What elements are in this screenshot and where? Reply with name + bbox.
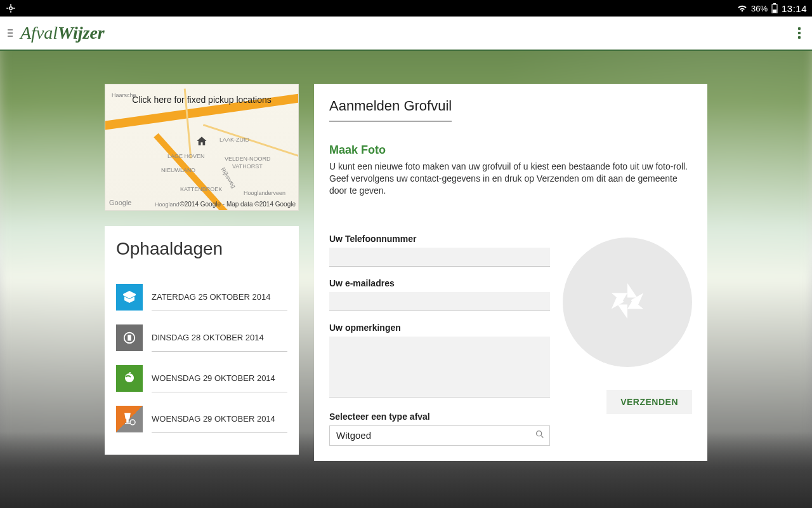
svg-point-11 xyxy=(537,431,542,436)
pickup-days-title: Ophaaldagen xyxy=(116,239,287,259)
pickup-date: WOENSDAG 29 OKTOBER 2014 xyxy=(152,414,287,433)
map-card[interactable]: Haarsche LAAK-ZUID LAGE HOVEN NIEUWLAND … xyxy=(105,84,299,211)
battery-icon xyxy=(771,3,778,13)
glass-icon xyxy=(116,406,143,432)
map-label: LAGE HOVEN xyxy=(167,153,205,159)
type-select[interactable] xyxy=(329,425,550,446)
type-label: Selecteer een type afval xyxy=(329,411,550,422)
pickup-days-card: Ophaaldagen ZATERDAG 25 OKTOBER 2014 DIN… xyxy=(105,226,299,455)
map-label: LAAK-ZUID xyxy=(219,137,249,143)
phone-label: Uw Telefoonnummer xyxy=(329,234,550,244)
svg-rect-9 xyxy=(128,335,131,340)
phone-input[interactable] xyxy=(329,248,550,267)
map-google-logo: Google xyxy=(109,199,131,206)
map-label: Hoogland xyxy=(155,201,180,208)
section-description: U kunt een nieuwe foto maken van uw grof… xyxy=(329,161,692,197)
svg-line-12 xyxy=(541,436,543,438)
svg-point-0 xyxy=(10,7,13,10)
map-label: VELDEN-NOORD xyxy=(225,156,271,162)
app-title-afval: Afval xyxy=(20,23,58,43)
map-attribution: ©2014 Google - Map data ©2014 Google xyxy=(180,201,296,208)
bin-icon xyxy=(116,324,143,351)
remarks-input[interactable] xyxy=(329,337,550,398)
email-label: Uw e-mailadres xyxy=(329,278,550,288)
pickup-days-list: ZATERDAG 25 OKTOBER 2014 DINSDAG 28 OKTO… xyxy=(116,277,287,439)
map-label: NIEUWLAND xyxy=(161,167,195,173)
overflow-menu-icon[interactable] xyxy=(794,23,804,43)
svg-point-10 xyxy=(130,420,135,425)
map-label: KATTENBROEK xyxy=(180,186,222,192)
send-button[interactable]: VERZENDEN xyxy=(606,390,692,414)
app-header: AfvalWijzer xyxy=(0,17,812,51)
camera-aperture-icon xyxy=(605,279,650,326)
map-label: VATHORST xyxy=(232,163,263,170)
status-clock: 13:14 xyxy=(782,3,807,14)
remarks-label: Uw opmerkingen xyxy=(329,323,550,333)
hamburger-icon[interactable] xyxy=(8,29,13,37)
organic-icon xyxy=(116,365,143,392)
status-bar: 36% 13:14 xyxy=(0,0,812,17)
search-icon xyxy=(535,429,545,442)
list-item[interactable]: ZATERDAG 25 OKTOBER 2014 xyxy=(116,277,287,318)
photo-placeholder[interactable] xyxy=(563,237,692,367)
grofvuil-form-card: Aanmelden Grofvuil Maak Foto U kunt een … xyxy=(314,84,707,461)
app-title: AfvalWijzer xyxy=(20,23,105,43)
box-icon xyxy=(116,284,143,311)
section-heading: Maak Foto xyxy=(329,144,692,157)
map-overlay-text: Click here for fixed pickup locations xyxy=(105,95,298,105)
home-marker-icon xyxy=(196,135,207,149)
battery-percentage: 36% xyxy=(751,4,768,13)
list-item[interactable]: DINSDAG 28 OKTOBER 2014 xyxy=(116,318,287,358)
app-title-wijzer: Wijzer xyxy=(58,23,105,43)
pickup-date: ZATERDAG 25 OKTOBER 2014 xyxy=(152,292,287,311)
email-input[interactable] xyxy=(329,292,550,311)
list-item[interactable]: WOENSDAG 29 OKTOBER 2014 xyxy=(116,358,287,399)
list-item[interactable]: WOENSDAG 29 OKTOBER 2014 xyxy=(116,399,287,439)
map-label: Hooglanderveen xyxy=(244,190,285,196)
pickup-date: DINSDAG 28 OKTOBER 2014 xyxy=(152,333,287,352)
svg-rect-7 xyxy=(773,10,776,13)
gps-icon xyxy=(5,3,16,14)
pickup-date: WOENSDAG 29 OKTOBER 2014 xyxy=(152,373,287,392)
wifi-icon xyxy=(737,3,747,13)
form-title: Aanmelden Grofvuil xyxy=(329,98,452,122)
